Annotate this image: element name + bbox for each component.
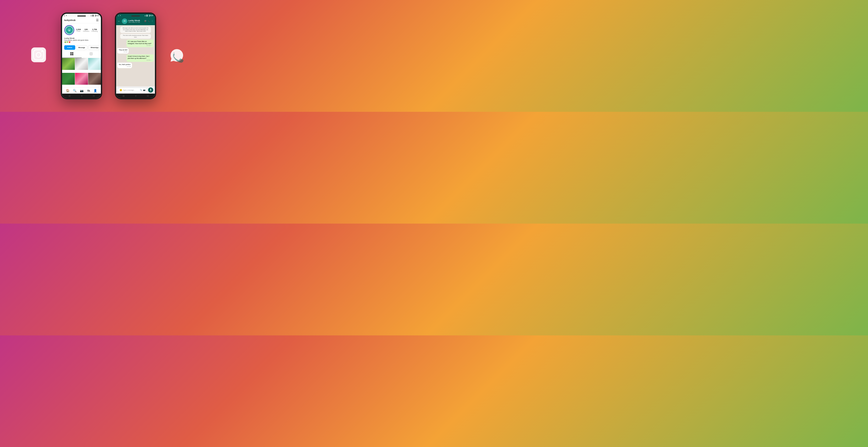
read-receipt-icon: ✓✓	[151, 45, 152, 46]
mic-button[interactable]	[148, 88, 153, 93]
phone-call-icon[interactable]: 📞	[148, 20, 150, 22]
wifi-icon: ▲	[144, 15, 146, 16]
scene: ▲ ▼ ▲ ▌▌ ▐ 9:27 luckyshrub ☰	[0, 0, 217, 112]
wa-android-nav-bar: ◁ ○ □	[116, 94, 155, 98]
ig-menu-icon[interactable]: ☰	[96, 19, 99, 22]
wa-received-msg-1: They are $24 9:25 AM	[117, 48, 129, 54]
svg-rect-10	[72, 54, 73, 55]
nav-reels-icon[interactable]: 📷	[80, 89, 84, 92]
grid-cell-6	[88, 73, 101, 85]
nav-home-icon[interactable]: 🏠	[66, 89, 69, 92]
android-nav-bar: ◁ ○ □	[62, 94, 101, 98]
svg-point-12	[91, 53, 92, 54]
ig-username: luckyshrub	[64, 19, 75, 22]
wa-contact-avatar: LUCKY SHRUB	[122, 19, 127, 24]
instagram-header: luckyshrub ☰	[62, 17, 101, 23]
back-icon[interactable]: ←	[118, 20, 120, 23]
home-button[interactable]: ○	[81, 95, 82, 97]
status-signal: ▲ ▼	[64, 15, 67, 16]
wa-contact-info: Lucky Shrub Seen today 9:27 AM	[128, 20, 143, 23]
ig-avatar: LUCKY SHRUB	[64, 25, 74, 35]
wifi-icon: ▲	[90, 15, 92, 16]
follow-button[interactable]: Follow	[64, 45, 75, 50]
ig-followers-stat: 12K Followers	[83, 28, 89, 32]
signal-icon: ▌▌	[92, 15, 94, 16]
ig-profile-section: LUCKY SHRUB 1,034 Posts 12K Follo	[62, 23, 101, 37]
svg-rect-8	[72, 52, 73, 54]
battery-icon: ▐	[95, 15, 96, 16]
ig-photo-grid	[62, 58, 101, 88]
instagram-phone: ▲ ▼ ▲ ▌▌ ▐ 9:27 luckyshrub ☰	[61, 12, 102, 99]
battery-icon: ▐	[149, 15, 150, 16]
grid-cell-1	[62, 58, 75, 70]
wa-sent-msg-2: Great! I'd love to buy them. Can I pick …	[126, 55, 154, 62]
grid-cell-5	[75, 73, 88, 85]
whatsapp-status-bar: ▲ ▼ ▲ ▌▌ ▐ 9:27	[116, 14, 155, 17]
instagram-logo-icon	[31, 47, 48, 64]
ig-posts-stat: 1,034 Posts	[76, 28, 81, 32]
recents-button[interactable]: □	[147, 95, 148, 97]
ig-tagged-tab[interactable]	[82, 51, 101, 58]
instagram-status-bar: ▲ ▼ ▲ ▌▌ ▐ 9:27	[62, 14, 101, 17]
attachment-icon[interactable]: 📎	[140, 89, 142, 91]
nav-search-icon[interactable]: 🔍	[73, 89, 76, 92]
wa-encryption-notice[interactable]: Messages and calls are end-to-end encryp…	[120, 27, 151, 33]
signal-icon: ▌▌	[146, 15, 148, 16]
wa-received-msg-2: Yes, that's perfect. 9:27 AM	[117, 63, 132, 68]
ig-bio: Lucky Shrub Succulants, plants and good …	[62, 37, 101, 44]
emoji-icon[interactable]: 🙂	[120, 89, 122, 91]
message-button[interactable]: Message	[76, 45, 88, 50]
svg-rect-16	[150, 89, 151, 90]
grid-cell-4	[62, 73, 75, 85]
nav-shop-icon[interactable]: 🛍	[87, 89, 90, 92]
read-receipt-icon-2: ✓✓	[151, 60, 152, 61]
wa-sent-msg-1: Hi! I saw your Peace lilies on Instagram…	[126, 40, 154, 47]
wa-chat-area: Messages and calls are end-to-end encryp…	[116, 25, 155, 87]
back-button[interactable]: ◁	[68, 95, 70, 97]
ig-grid-tab[interactable]	[62, 51, 82, 58]
video-call-icon[interactable]: 🎬	[144, 20, 147, 22]
svg-text:SHRUB: SHRUB	[124, 21, 126, 22]
ig-stats: 1,034 Posts 12K Followers 1,756 Followin…	[76, 28, 98, 32]
recents-button[interactable]: □	[93, 95, 94, 97]
input-placeholder: Type a message...	[123, 89, 139, 91]
whatsapp-logo-icon	[169, 47, 186, 64]
whatsapp-header: ← LUCKY SHRUB Lucky Shrub Seen today 9:2…	[116, 17, 155, 25]
wa-business-notice[interactable]: This chat is with a business account. Ta…	[120, 34, 151, 39]
svg-rect-11	[90, 53, 92, 55]
ig-avatar-inner: LUCKY SHRUB	[65, 26, 73, 34]
ig-following-stat: 1,756 Following	[91, 28, 98, 32]
status-signal: ▲ ▼	[118, 15, 121, 16]
home-button[interactable]: ○	[135, 95, 136, 97]
svg-rect-9	[70, 54, 72, 55]
nav-profile-icon[interactable]: 👤	[93, 89, 97, 92]
more-options-icon[interactable]: ⋮	[151, 20, 153, 22]
svg-point-3	[41, 51, 43, 52]
time: 9:27	[150, 15, 153, 16]
wa-message-input[interactable]: 🙂 Type a message... 📎 📷	[118, 88, 147, 92]
back-button[interactable]: ◁	[123, 95, 124, 97]
grid-cell-3	[88, 58, 101, 70]
wa-header-icons: 🎬 📞 ⋮	[144, 20, 153, 22]
camera-icon[interactable]: 📷	[143, 89, 145, 91]
whatsapp-phone: ▲ ▼ ▲ ▌▌ ▐ 9:27 ← LUCKY SHRUB	[115, 12, 156, 99]
grid-cell-2	[75, 58, 88, 70]
whatsapp-button[interactable]: WhatsApp	[88, 45, 101, 50]
svg-rect-7	[70, 52, 72, 54]
ig-tabs	[62, 50, 101, 58]
wa-input-bar: 🙂 Type a message... 📎 📷	[116, 87, 155, 94]
ig-bottom-nav: 🏠 🔍 📷 🛍 👤	[62, 88, 101, 94]
ig-action-buttons: Follow Message WhatsApp ▾	[62, 44, 101, 50]
time: 9:27	[96, 15, 99, 16]
